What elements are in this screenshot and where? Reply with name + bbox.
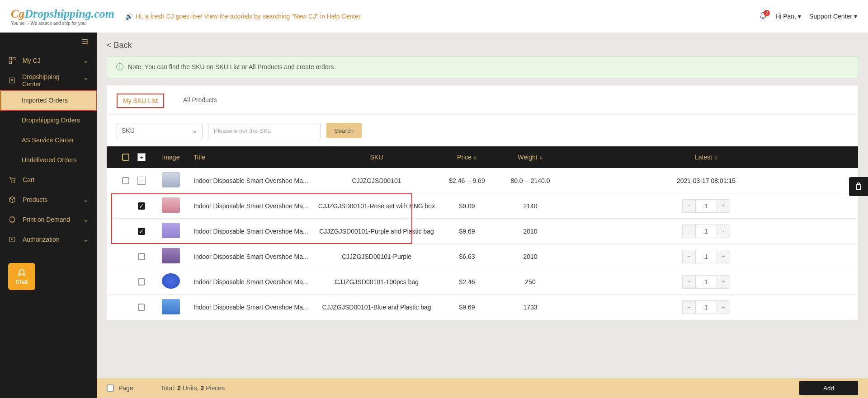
bag-icon: [854, 182, 863, 191]
floating-cart-button[interactable]: [849, 177, 868, 196]
nav-print-on-demand[interactable]: Print on Demand ⌄: [0, 210, 97, 229]
support-center-link[interactable]: Support Center ▾: [809, 13, 857, 20]
svg-point-4: [11, 182, 12, 183]
qty-plus-button[interactable]: +: [717, 250, 730, 263]
row-title: Indoor Disposable Smart Overshoe Ma...: [193, 228, 316, 235]
variant-checkbox[interactable]: ✓: [138, 202, 145, 210]
row-price: $2.46: [438, 278, 496, 286]
sidebar-item-as-service-center[interactable]: AS Service Center: [0, 130, 97, 150]
chevron-down-icon: ▾: [854, 13, 857, 20]
svg-point-9: [19, 270, 24, 275]
main-content: < Back ! Note: You can find the SKU on S…: [97, 33, 868, 398]
qty-minus-button[interactable]: −: [683, 200, 695, 212]
table-variant-row: Indoor Disposable Smart Overshoe Ma... C…: [107, 244, 858, 269]
row-checkbox[interactable]: [122, 177, 129, 184]
row-weight: 250: [496, 278, 564, 286]
page-label: Page: [118, 384, 133, 392]
svg-point-8: [12, 239, 13, 240]
qty-value[interactable]: 1: [695, 276, 717, 288]
svg-rect-1: [13, 57, 15, 60]
variant-checkbox[interactable]: [138, 278, 145, 286]
qty-minus-button[interactable]: −: [683, 276, 695, 288]
back-link[interactable]: < Back: [107, 41, 132, 50]
qty-value[interactable]: 1: [695, 301, 717, 314]
qty-value[interactable]: 1: [695, 200, 717, 212]
qty-minus-button[interactable]: −: [683, 301, 695, 314]
quantity-stepper[interactable]: − 1 +: [682, 250, 730, 263]
auth-icon: [8, 235, 16, 243]
chat-button[interactable]: Chat: [8, 263, 35, 290]
sidebar-item-imported-orders[interactable]: Imported Orders: [0, 90, 97, 110]
col-latest[interactable]: Latest⇅: [564, 154, 848, 161]
product-thumbnail[interactable]: [162, 172, 180, 187]
add-button[interactable]: Add: [799, 381, 858, 395]
tab-all-products[interactable]: All Products: [178, 94, 222, 108]
sku-panel: My SKU List All Products SKU ⌄ Search + …: [107, 85, 858, 320]
qty-plus-button[interactable]: +: [717, 200, 730, 212]
variant-checkbox[interactable]: [138, 304, 145, 311]
quantity-stepper[interactable]: − 1 +: [682, 275, 730, 289]
table-parent-row: − Indoor Disposable Smart Overshoe Ma...…: [107, 168, 858, 193]
row-weight: 2010: [496, 228, 564, 235]
row-price: $9.09: [438, 202, 496, 210]
row-title: Indoor Disposable Smart Overshoe Ma...: [193, 253, 316, 260]
col-weight[interactable]: Weight⇅: [496, 154, 564, 161]
row-sku: CJJZGJSD00101-Rose set with ENG box: [316, 202, 438, 210]
logo-tagline: You sell - We source and ship for you!: [11, 21, 114, 26]
tab-my-sku-list[interactable]: My SKU List: [117, 94, 164, 108]
search-button[interactable]: Search: [326, 123, 362, 138]
chevron-down-icon: ⌄: [192, 127, 198, 134]
table-variant-row: Indoor Disposable Smart Overshoe Ma... C…: [107, 295, 858, 320]
row-title: Indoor Disposable Smart Overshoe Ma...: [193, 177, 316, 184]
qty-minus-button[interactable]: −: [683, 250, 695, 263]
qty-value[interactable]: 1: [695, 250, 717, 263]
user-menu[interactable]: Hi Pan, ▾: [775, 13, 801, 20]
nav-products[interactable]: Products ⌄: [0, 190, 97, 210]
product-thumbnail[interactable]: [162, 273, 180, 289]
variant-checkbox[interactable]: [138, 253, 145, 260]
notifications-button[interactable]: 2: [759, 12, 767, 21]
row-sku: CJJZGJSD00101-100pcs bag: [316, 278, 438, 286]
sku-search-input[interactable]: [208, 123, 321, 138]
svg-rect-7: [9, 237, 15, 242]
quantity-stepper[interactable]: − 1 +: [682, 300, 730, 314]
quantity-stepper[interactable]: − 1 +: [682, 225, 730, 238]
product-thumbnail[interactable]: [162, 248, 180, 263]
footer-page-checkbox[interactable]: [107, 384, 114, 392]
nav-cart[interactable]: Cart: [0, 170, 97, 190]
qty-minus-button[interactable]: −: [683, 225, 695, 238]
sidebar-item-dropshipping-orders[interactable]: Dropshipping Orders: [0, 110, 97, 130]
sidebar-item-undelivered-orders[interactable]: Undelivered Orders: [0, 150, 97, 170]
qty-plus-button[interactable]: +: [717, 225, 730, 238]
qty-value[interactable]: 1: [695, 225, 717, 238]
select-all-checkbox[interactable]: [122, 154, 129, 161]
row-sku: CJJZGJSD00101-Purple: [316, 253, 438, 260]
svg-point-5: [14, 182, 14, 183]
table-header: + Image Title SKU Price⇅ Weight⇅ Latest⇅: [107, 146, 858, 168]
chevron-down-icon: ⌄: [83, 216, 89, 223]
row-price: $9.69: [438, 304, 496, 311]
svg-rect-6: [10, 218, 15, 221]
product-thumbnail[interactable]: [162, 197, 180, 213]
nav-my-cj[interactable]: My CJ ⌄: [0, 51, 97, 70]
table-variant-row: Indoor Disposable Smart Overshoe Ma... C…: [107, 269, 858, 295]
expand-all-button[interactable]: +: [137, 153, 146, 161]
qty-plus-button[interactable]: +: [717, 301, 730, 314]
product-thumbnail[interactable]: [162, 223, 180, 238]
nav-dropshipping-center[interactable]: Dropshipping Center ⌃: [0, 70, 97, 90]
quantity-stepper[interactable]: − 1 +: [682, 199, 730, 213]
product-thumbnail[interactable]: [162, 299, 180, 314]
row-price: $9.69: [438, 228, 496, 235]
sidebar-collapse-button[interactable]: [0, 33, 97, 51]
row-price: $6.63: [438, 253, 496, 260]
nav-authorization[interactable]: Authorization ⌄: [0, 229, 97, 249]
filter-field-select[interactable]: SKU ⌄: [117, 123, 203, 138]
dashboard-icon: [8, 56, 16, 65]
top-header: CgDropshipping.com You sell - We source …: [0, 0, 868, 33]
pod-icon: [8, 215, 16, 224]
qty-plus-button[interactable]: +: [717, 276, 730, 288]
logo[interactable]: CgDropshipping.com You sell - We source …: [11, 7, 114, 26]
variant-checkbox[interactable]: ✓: [138, 228, 145, 235]
col-price[interactable]: Price⇅: [438, 154, 496, 161]
row-collapse-button[interactable]: −: [137, 177, 146, 185]
